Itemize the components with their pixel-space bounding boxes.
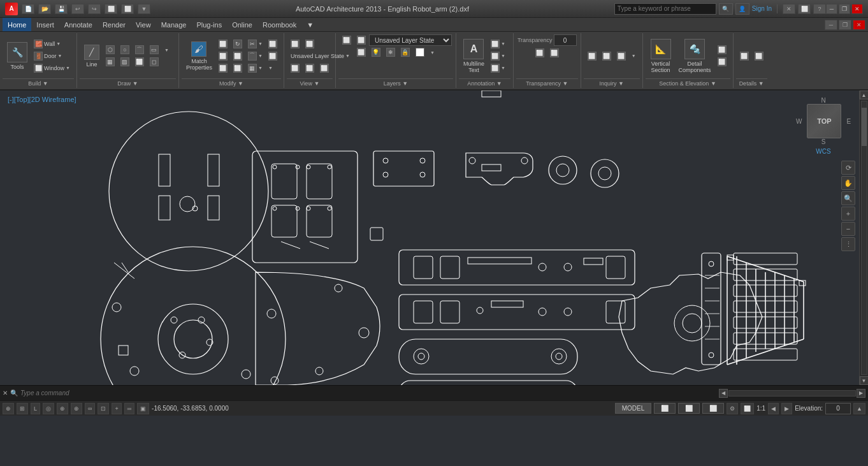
close-btn[interactable]: ✕ xyxy=(851,4,863,14)
lw-btn[interactable]: ═ xyxy=(124,403,134,414)
info-icon[interactable]: ⬜ xyxy=(798,4,811,14)
section-label[interactable]: Section & Elevation ▼ xyxy=(646,78,730,88)
qa-save[interactable]: 💾 xyxy=(55,4,68,14)
layout2-tab[interactable]: ⬜ xyxy=(678,403,700,414)
ribbon-close-btn[interactable]: ✕ xyxy=(853,20,865,30)
view-btn2[interactable]: ⬜ xyxy=(303,38,317,50)
detail-btn2[interactable]: ⬜ xyxy=(752,50,766,62)
view-btn1[interactable]: ⬜ xyxy=(288,38,302,50)
table-btn[interactable]: ⬜▼ xyxy=(488,62,508,74)
polyline-btn[interactable]: ⬡ xyxy=(103,44,117,55)
cmd-close-btn[interactable]: ✕ xyxy=(3,390,8,397)
move-btn[interactable]: ⬜ xyxy=(216,38,230,50)
layers-label[interactable]: Layers ▼ xyxy=(338,78,453,88)
boundary-btn[interactable]: ⬜ xyxy=(133,56,147,68)
3d-osnap-btn[interactable]: ⊕ xyxy=(71,403,82,414)
pan-btn[interactable]: ✋ xyxy=(841,176,855,190)
hatch-btn[interactable]: ▦ xyxy=(103,56,117,68)
elevation-input[interactable] xyxy=(825,403,851,414)
orbit-btn[interactable]: ⟳ xyxy=(841,161,855,175)
qa-redo[interactable]: ↪ xyxy=(88,4,101,14)
menu-plugins[interactable]: Plug-ins xyxy=(191,18,227,31)
door-btn[interactable]: 🚪Door▼ xyxy=(31,50,73,62)
copy-btn[interactable]: ⬜ xyxy=(216,50,230,62)
rotate-btn[interactable]: ↻ xyxy=(231,38,245,50)
vertical-section-btn[interactable]: 📐 Vertical Section xyxy=(647,37,675,75)
osnap-btn[interactable]: ⊕ xyxy=(57,403,68,414)
zoom-in-btn[interactable]: + xyxy=(841,207,855,221)
elev-up-btn[interactable]: ▲ xyxy=(853,403,865,414)
gradient-btn[interactable]: ▨ xyxy=(118,56,132,68)
window-btn[interactable]: ⬜Window▼ xyxy=(31,62,73,74)
ortho-btn[interactable]: L xyxy=(31,403,40,414)
properties-btn[interactable]: ⬜ xyxy=(741,403,754,414)
dyn-btn[interactable]: + xyxy=(112,403,121,414)
layer-prop-btn[interactable]: ⬜ xyxy=(354,47,368,58)
snap-icon[interactable]: ⊕ xyxy=(3,403,14,414)
trans-btn2[interactable]: ⬜ xyxy=(547,47,561,59)
ducs-btn[interactable]: ⊡ xyxy=(98,403,109,414)
layer-lock-btn[interactable]: 🔒 xyxy=(398,47,412,58)
menu-view[interactable]: View xyxy=(131,18,156,31)
layout1-tab[interactable]: ⬜ xyxy=(654,403,676,414)
menu-annotate[interactable]: Annotate xyxy=(59,18,98,31)
menu-manage[interactable]: Manage xyxy=(156,18,192,31)
restore-btn[interactable]: ❐ xyxy=(839,4,850,14)
viewport-label[interactable]: [-][Top][2D Wireframe] xyxy=(8,96,76,103)
qa-more[interactable]: ▼ xyxy=(138,4,150,14)
trans-btn1[interactable]: ⬜ xyxy=(533,47,547,59)
zoom-prev-btn[interactable]: ◀ xyxy=(768,403,779,414)
polar-btn[interactable]: ◎ xyxy=(43,403,54,414)
signin-label[interactable]: Sign In xyxy=(752,5,772,12)
qa-print[interactable]: ⬜ xyxy=(105,4,117,14)
qa-new[interactable]: 📄 xyxy=(22,4,34,14)
circle-btn[interactable]: ○ xyxy=(118,44,132,55)
region-btn[interactable]: ◻ xyxy=(147,56,161,68)
ribbon-restore-btn[interactable]: ❐ xyxy=(839,20,851,30)
layer-color-btn[interactable] xyxy=(413,47,427,58)
view-btn5[interactable]: ⬜ xyxy=(317,62,331,74)
tools-btn[interactable]: 🔧 Tools xyxy=(4,40,31,72)
menu-home[interactable]: Home xyxy=(3,18,31,31)
erase-btn[interactable]: ⬜ xyxy=(266,38,280,50)
minimize-btn[interactable]: ─ xyxy=(826,4,837,14)
layer-off-btn[interactable]: 💡 xyxy=(369,47,383,58)
inq-btn4[interactable]: ▼ xyxy=(629,50,639,62)
fillet-btn[interactable]: ⌒▼ xyxy=(245,50,265,62)
layer-linetype-btn[interactable]: ▼ xyxy=(428,47,437,58)
explode-btn[interactable]: ⬜ xyxy=(266,50,280,62)
viewcube[interactable]: N W TOP E S WCS xyxy=(798,97,849,161)
inq-btn2[interactable]: ⬜ xyxy=(600,50,614,62)
sect-btn2[interactable]: ⬜ xyxy=(715,56,729,68)
view-btn4[interactable]: ⬜ xyxy=(303,62,317,74)
search-input[interactable] xyxy=(614,3,716,15)
model-tab[interactable]: MODEL xyxy=(615,403,652,414)
horiz-scroll-right[interactable]: ▶ xyxy=(857,389,865,398)
details-label[interactable]: Details ▼ xyxy=(736,78,767,88)
menu-online[interactable]: Online xyxy=(227,18,257,31)
inq-btn1[interactable]: ⬜ xyxy=(585,50,599,62)
qa-undo[interactable]: ↩ xyxy=(71,4,84,14)
help-icon[interactable]: ? xyxy=(813,4,826,14)
inquiry-label[interactable]: Inquiry ▼ xyxy=(584,78,640,88)
command-input[interactable] xyxy=(20,390,716,397)
zoom-next-btn[interactable]: ▶ xyxy=(781,403,792,414)
line-btn[interactable]: ╱ Line xyxy=(81,43,103,69)
scroll-down-btn[interactable]: ▼ xyxy=(860,376,869,385)
arc-btn[interactable]: ⌒ xyxy=(133,44,147,55)
transparency-input[interactable] xyxy=(554,34,577,46)
view-dropdown[interactable]: Unsaved Layer State▼ xyxy=(288,50,320,62)
wall-btn[interactable]: 🧱Wall▼ xyxy=(31,38,73,50)
sect-btn1[interactable]: ⬜ xyxy=(715,44,729,55)
menu-more[interactable]: ▼ xyxy=(301,18,319,31)
detail-components-btn[interactable]: 🔩 Detail Components xyxy=(676,37,714,75)
inq-btn3[interactable]: ⬜ xyxy=(614,50,628,62)
scroll-up-btn[interactable]: ▲ xyxy=(860,91,869,99)
modify-more-btn[interactable]: ▼ xyxy=(266,62,280,74)
leader-btn[interactable]: ⬜▼ xyxy=(488,50,508,62)
layer-prev-btn[interactable]: ⬜ xyxy=(340,34,354,46)
rect-btn[interactable]: ▭ xyxy=(147,44,161,55)
detail-btn1[interactable]: ⬜ xyxy=(737,50,751,62)
draw-more-btn[interactable]: ▼ xyxy=(162,44,171,55)
dim-btn[interactable]: ⬜▼ xyxy=(488,38,508,50)
